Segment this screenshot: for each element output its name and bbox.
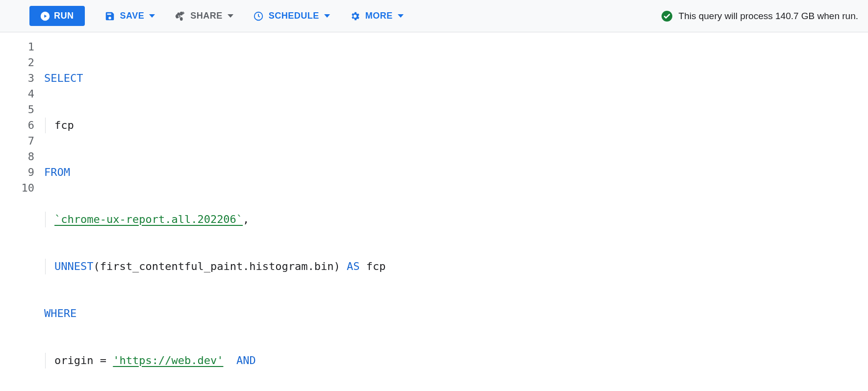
share-button[interactable]: SHARE: [175, 11, 233, 22]
save-label: SAVE: [120, 11, 145, 21]
chevron-down-icon: [398, 14, 404, 18]
schedule-button[interactable]: SCHEDULE: [253, 11, 330, 22]
code-area[interactable]: SELECT fcp FROM `chrome-ux-report.all.20…: [44, 39, 868, 391]
run-button[interactable]: RUN: [29, 6, 85, 26]
query-toolbar: RUN SAVE SHARE SCHEDULE MORE This qu: [0, 0, 868, 32]
more-label: MORE: [365, 11, 393, 21]
sql-editor[interactable]: 1 2 3 4 5 6 7 8 9 10 SELECT fcp FROM `ch…: [0, 32, 868, 391]
share-icon: [175, 11, 185, 22]
query-validation-status: This query will process 140.7 GB when ru…: [661, 10, 858, 22]
gear-icon: [350, 11, 360, 22]
schedule-label: SCHEDULE: [269, 11, 319, 21]
share-label: SHARE: [190, 11, 223, 21]
chevron-down-icon: [324, 14, 330, 18]
chevron-down-icon: [228, 14, 233, 18]
chevron-down-icon: [149, 14, 155, 18]
save-button[interactable]: SAVE: [104, 11, 155, 22]
play-icon: [40, 11, 50, 21]
svg-point-2: [176, 15, 179, 18]
clock-icon: [253, 11, 264, 22]
save-icon: [104, 11, 115, 22]
check-circle-icon: [661, 10, 673, 22]
svg-point-3: [180, 18, 183, 20]
run-label: RUN: [54, 11, 74, 21]
line-gutter: 1 2 3 4 5 6 7 8 9 10: [0, 39, 44, 391]
more-button[interactable]: MORE: [350, 11, 404, 22]
status-text: This query will process 140.7 GB when ru…: [679, 11, 858, 22]
